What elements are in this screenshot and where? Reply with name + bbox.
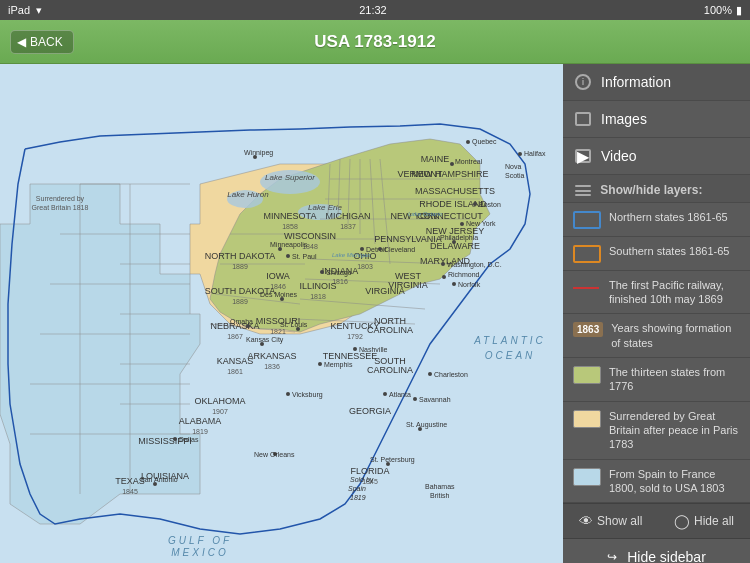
svg-text:St. Petersburg: St. Petersburg (370, 456, 415, 464)
svg-text:Des Moines: Des Moines (260, 291, 297, 298)
svg-text:WISCONSIN: WISCONSIN (284, 231, 336, 241)
legend-years[interactable]: 1863 Years showing formation of states (563, 314, 750, 358)
svg-text:Cleveland: Cleveland (384, 246, 415, 253)
svg-text:MAINE: MAINE (421, 154, 450, 164)
svg-text:Montreal: Montreal (455, 158, 483, 165)
svg-text:Norfolk: Norfolk (458, 281, 481, 288)
legend-surrendered[interactable]: Surrendered by Great Britain after peace… (563, 402, 750, 460)
thirteen-states-label: The thirteen states from 1776 (609, 365, 740, 394)
svg-point-132 (286, 392, 290, 396)
svg-point-112 (460, 222, 464, 226)
page-title: USA 1783-1912 (314, 32, 435, 52)
railway-label: The first Pacific railway, finished 10th… (609, 278, 740, 307)
svg-text:Halifax: Halifax (524, 150, 546, 157)
svg-point-104 (518, 152, 522, 156)
svg-text:1867: 1867 (227, 333, 243, 340)
svg-text:Lake Huron: Lake Huron (227, 190, 269, 199)
time-display: 21:32 (359, 4, 387, 16)
svg-text:Kansas City: Kansas City (246, 336, 284, 344)
southern-states-swatch (573, 245, 601, 263)
nav-bar: ◀ BACK USA 1783-1912 (0, 20, 750, 64)
status-right: 100% ▮ (704, 4, 742, 17)
sidebar: i Information Images ▶ Video Show/hide l… (563, 64, 750, 563)
svg-text:KENTUCKY: KENTUCKY (330, 321, 379, 331)
svg-text:Surrendered by: Surrendered by (36, 195, 85, 203)
map-area[interactable]: Lake Superior Lake Huron Lake Erie (0, 64, 563, 563)
svg-point-106 (450, 162, 454, 166)
show-all-icon: 👁 (579, 513, 593, 529)
svg-text:1889: 1889 (232, 298, 248, 305)
legend-northern-states[interactable]: Northern states 1861-65 (563, 203, 750, 237)
video-icon: ▶ (575, 149, 591, 163)
svg-text:Minneapolis: Minneapolis (270, 241, 308, 249)
sidebar-item-video[interactable]: ▶ Video (563, 138, 750, 175)
svg-text:VIRGINIA: VIRGINIA (365, 286, 405, 296)
svg-text:ARKANSAS: ARKANSAS (247, 351, 296, 361)
svg-text:Great Britain 1818: Great Britain 1818 (32, 204, 89, 211)
svg-point-122 (428, 372, 432, 376)
svg-text:OKLAHOMA: OKLAHOMA (194, 396, 245, 406)
sidebar-item-information[interactable]: i Information (563, 64, 750, 101)
hide-sidebar-button[interactable]: ↪ Hide sidebar (563, 538, 750, 563)
bottom-bar: 👁 Show all ◯ Hide all (563, 503, 750, 538)
info-label: Information (601, 74, 671, 90)
svg-text:Spain: Spain (348, 485, 366, 493)
images-label: Images (601, 111, 647, 127)
svg-text:Nashville: Nashville (359, 346, 388, 353)
svg-text:Lake Ontario: Lake Ontario (408, 211, 443, 217)
legend-railway[interactable]: The first Pacific railway, finished 10th… (563, 271, 750, 315)
hide-all-button[interactable]: ◯ Hide all (668, 510, 740, 532)
svg-text:1858: 1858 (282, 223, 298, 230)
device-label: iPad (8, 4, 30, 16)
wifi-icon: ▾ (36, 4, 42, 17)
svg-text:ATLANTIC: ATLANTIC (473, 335, 546, 346)
svg-text:1818: 1818 (310, 293, 326, 300)
svg-point-130 (318, 362, 322, 366)
year-badge-swatch: 1863 (573, 322, 603, 337)
svg-text:Washington, D.C.: Washington, D.C. (447, 261, 502, 269)
svg-text:1889: 1889 (232, 263, 248, 270)
svg-text:Philadelphia: Philadelphia (440, 234, 478, 242)
back-button[interactable]: ◀ BACK (10, 30, 74, 54)
show-all-button[interactable]: 👁 Show all (573, 510, 648, 532)
svg-point-148 (320, 270, 324, 274)
svg-text:1836: 1836 (264, 363, 280, 370)
svg-text:IOWA: IOWA (266, 271, 290, 281)
svg-text:San Antonio: San Antonio (140, 476, 178, 483)
svg-text:MEXICO: MEXICO (171, 547, 228, 558)
svg-point-120 (442, 275, 446, 279)
svg-text:Boston: Boston (479, 201, 501, 208)
svg-text:Quebec: Quebec (472, 138, 497, 146)
svg-text:Savannah: Savannah (419, 396, 451, 403)
svg-text:Memphis: Memphis (324, 361, 353, 369)
svg-point-126 (383, 392, 387, 396)
svg-text:GULF OF: GULF OF (168, 535, 232, 546)
northern-states-label: Northern states 1861-65 (609, 210, 740, 224)
surrendered-swatch (573, 410, 601, 428)
svg-text:MASSACHUSETTS: MASSACHUSETTS (415, 186, 495, 196)
images-icon (575, 112, 591, 126)
svg-text:Atlanta: Atlanta (389, 391, 411, 398)
hide-all-icon: ◯ (674, 513, 690, 529)
northern-states-swatch (573, 211, 601, 229)
thirteen-states-swatch (573, 366, 601, 384)
battery-icon: ▮ (736, 4, 742, 17)
svg-point-160 (286, 254, 290, 258)
svg-text:Nova: Nova (505, 163, 521, 170)
video-label: Video (601, 148, 637, 164)
svg-text:1792: 1792 (347, 333, 363, 340)
svg-text:Scotia: Scotia (505, 172, 525, 179)
legend-southern-states[interactable]: Southern states 1861-65 (563, 237, 750, 271)
svg-point-116 (441, 262, 445, 266)
legend-thirteen-states[interactable]: The thirteen states from 1776 (563, 358, 750, 402)
legend-spain[interactable]: From Spain to France 1800, sold to USA 1… (563, 460, 750, 504)
svg-point-118 (452, 282, 456, 286)
sidebar-item-images[interactable]: Images (563, 101, 750, 138)
hide-sidebar-icon: ↪ (607, 550, 617, 563)
svg-text:British: British (430, 492, 450, 499)
svg-text:Lake Superior: Lake Superior (265, 173, 315, 182)
svg-text:1907: 1907 (212, 408, 228, 415)
svg-text:GEORGIA: GEORGIA (349, 406, 391, 416)
svg-text:1845: 1845 (122, 488, 138, 495)
battery-label: 100% (704, 4, 732, 16)
